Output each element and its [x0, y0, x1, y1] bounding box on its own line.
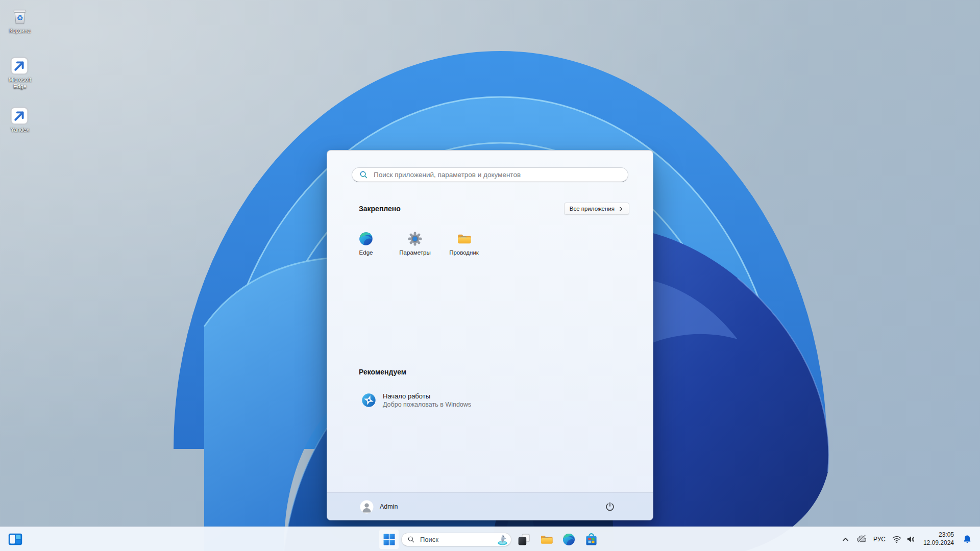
all-apps-button-label: Все приложения — [570, 206, 615, 212]
start-menu-search-box[interactable] — [352, 167, 628, 182]
microsoft-store-button[interactable] — [581, 529, 601, 549]
user-profile-button[interactable]: Admin — [354, 496, 404, 517]
notifications-button[interactable] — [959, 529, 976, 549]
recommended-item-text: Начало работы Добро пожаловать в Windows — [383, 392, 471, 408]
recommended-item-title: Начало работы — [383, 392, 471, 400]
tray-overflow-button[interactable] — [838, 529, 853, 549]
file-explorer-icon — [456, 231, 472, 246]
file-explorer-button[interactable] — [536, 529, 556, 549]
pinned-app-label: Параметры — [399, 249, 430, 256]
language-indicator[interactable]: РУС — [870, 529, 889, 549]
system-tray: РУС 23:05 12.09.2024 — [838, 527, 976, 551]
microsoft-store-icon — [584, 533, 598, 546]
shortcut-arrow-icon — [10, 57, 29, 75]
desktop-icon-label: Yandex — [11, 127, 30, 133]
start-menu: Закреплено Все приложения Edge Параметры… — [327, 150, 653, 520]
widgets-icon — [8, 533, 22, 545]
network-volume-button[interactable] — [889, 529, 919, 549]
search-icon — [407, 536, 415, 543]
edge-icon — [358, 231, 374, 246]
edge-icon — [11, 56, 29, 74]
notification-bell-icon — [962, 534, 972, 544]
widgets-button[interactable] — [5, 529, 26, 549]
task-view-icon — [517, 533, 531, 546]
pinned-app-label: Проводник — [449, 249, 479, 256]
language-label: РУС — [873, 536, 886, 543]
desktop-icon-microsoft-edge[interactable]: Microsoft Edge — [0, 53, 40, 93]
power-button[interactable] — [600, 496, 620, 517]
recommended-item-get-started[interactable]: Начало работы Добро пожаловать в Windows — [348, 387, 632, 413]
chevron-up-icon — [842, 536, 849, 543]
pinned-app-label: Edge — [359, 249, 373, 256]
edge-icon — [562, 533, 576, 546]
volume-icon — [905, 534, 916, 544]
taskbar-search-box[interactable] — [401, 533, 511, 546]
search-highlight-dolphin-icon — [496, 533, 509, 546]
power-icon — [604, 501, 616, 512]
desktop-icon-label: Корзина — [9, 28, 31, 34]
yandex-browser-icon — [11, 106, 29, 124]
shortcut-arrow-icon — [10, 107, 29, 125]
pinned-header: Закреплено — [359, 205, 401, 213]
desktop: ♻ Y — [0, 0, 980, 551]
pinned-header-row: Закреплено Все приложения — [359, 203, 629, 215]
recommended-item-subtitle: Добро пожаловать в Windows — [383, 401, 471, 408]
search-icon — [359, 170, 368, 179]
task-view-button[interactable] — [513, 529, 534, 549]
settings-gear-icon — [407, 231, 423, 246]
taskbar-center — [379, 529, 601, 549]
pinned-app-file-explorer[interactable]: Проводник — [439, 225, 488, 262]
taskbar-search-input[interactable] — [419, 535, 492, 544]
onedrive-button[interactable] — [853, 529, 870, 549]
tray-date: 12.09.2024 — [923, 539, 954, 547]
recycle-bin-icon — [11, 7, 29, 26]
get-started-icon — [361, 392, 377, 408]
start-button[interactable] — [379, 529, 399, 549]
onedrive-offline-icon — [856, 534, 867, 545]
file-explorer-icon — [540, 533, 553, 546]
all-apps-button[interactable]: Все приложения — [564, 203, 629, 215]
wifi-icon — [892, 534, 902, 544]
user-name: Admin — [380, 503, 398, 510]
start-menu-footer: Admin — [327, 492, 653, 520]
pinned-app-settings[interactable]: Параметры — [390, 225, 439, 262]
recommended-header-row: Рекомендуем — [359, 368, 629, 376]
tray-time: 23:05 — [939, 531, 954, 539]
taskbar: РУС 23:05 12.09.2024 — [0, 527, 980, 551]
recommended-header: Рекомендуем — [359, 368, 406, 376]
edge-button[interactable] — [558, 529, 579, 549]
windows-logo-icon — [383, 533, 396, 546]
pinned-app-edge[interactable]: Edge — [341, 225, 390, 262]
user-avatar-icon — [360, 500, 374, 514]
start-menu-search-input[interactable] — [373, 170, 621, 179]
pinned-apps-grid: Edge Параметры Проводник — [341, 225, 488, 262]
desktop-icon-recycle-bin[interactable]: Корзина — [0, 4, 40, 37]
desktop-icon-label: Microsoft Edge — [2, 77, 38, 90]
chevron-right-icon — [618, 206, 624, 212]
desktop-icon-yandex[interactable]: Yandex — [0, 103, 40, 136]
clock-button[interactable]: 23:05 12.09.2024 — [919, 529, 959, 549]
